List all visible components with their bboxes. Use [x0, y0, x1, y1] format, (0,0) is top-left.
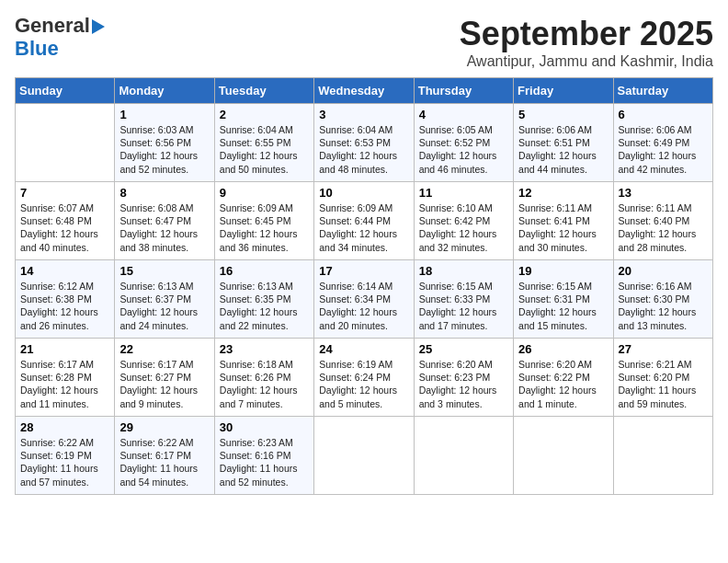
- day-number: 9: [220, 186, 309, 200]
- day-number: 20: [619, 264, 708, 278]
- calendar-day-cell: 19Sunrise: 6:15 AM Sunset: 6:31 PM Dayli…: [514, 260, 613, 339]
- day-number: 17: [319, 264, 408, 278]
- day-number: 1: [119, 108, 209, 121]
- logo: General Blue: [15, 15, 112, 61]
- day-info: Sunrise: 6:11 AM Sunset: 6:40 PM Dayligh…: [619, 201, 708, 254]
- day-info: Sunrise: 6:08 AM Sunset: 6:47 PM Dayligh…: [119, 201, 209, 254]
- weekday-header-cell: Sunday: [16, 78, 115, 104]
- day-info: Sunrise: 6:09 AM Sunset: 6:44 PM Dayligh…: [319, 201, 408, 254]
- day-info: Sunrise: 6:20 AM Sunset: 6:23 PM Dayligh…: [419, 358, 508, 410]
- day-number: 13: [619, 186, 708, 200]
- day-info: Sunrise: 6:15 AM Sunset: 6:31 PM Dayligh…: [518, 280, 608, 332]
- day-number: 18: [419, 264, 508, 278]
- day-info: Sunrise: 6:16 AM Sunset: 6:30 PM Dayligh…: [619, 280, 708, 332]
- calendar-day-cell: 17Sunrise: 6:14 AM Sunset: 6:34 PM Dayli…: [314, 260, 414, 339]
- calendar-week-row: 14Sunrise: 6:12 AM Sunset: 6:38 PM Dayli…: [16, 260, 713, 339]
- calendar-day-cell: 15Sunrise: 6:13 AM Sunset: 6:37 PM Dayli…: [115, 260, 214, 339]
- day-number: 3: [319, 108, 408, 121]
- calendar-day-cell: 4Sunrise: 6:05 AM Sunset: 6:52 PM Daylig…: [414, 104, 513, 182]
- day-info: Sunrise: 6:18 AM Sunset: 6:26 PM Dayligh…: [220, 358, 309, 410]
- logo-arrow-icon: [92, 17, 112, 36]
- day-info: Sunrise: 6:09 AM Sunset: 6:45 PM Dayligh…: [220, 201, 309, 254]
- day-number: 26: [518, 342, 608, 356]
- calendar-day-cell: [16, 104, 115, 182]
- day-number: 16: [220, 264, 309, 278]
- day-info: Sunrise: 6:13 AM Sunset: 6:35 PM Dayligh…: [220, 280, 309, 332]
- logo-blue: Blue: [15, 37, 59, 61]
- calendar-day-cell: [514, 417, 613, 495]
- day-number: 2: [220, 108, 309, 121]
- day-info: Sunrise: 6:15 AM Sunset: 6:33 PM Dayligh…: [419, 280, 508, 332]
- day-info: Sunrise: 6:07 AM Sunset: 6:48 PM Dayligh…: [20, 201, 109, 254]
- calendar-day-cell: [613, 417, 712, 495]
- calendar-day-cell: 29Sunrise: 6:22 AM Sunset: 6:17 PM Dayli…: [115, 417, 214, 495]
- calendar-day-cell: 22Sunrise: 6:17 AM Sunset: 6:27 PM Dayli…: [115, 339, 214, 417]
- day-number: 15: [119, 264, 209, 278]
- day-number: 11: [419, 186, 508, 200]
- calendar-day-cell: 26Sunrise: 6:20 AM Sunset: 6:22 PM Dayli…: [514, 339, 613, 417]
- day-info: Sunrise: 6:17 AM Sunset: 6:28 PM Dayligh…: [20, 358, 109, 410]
- calendar-day-cell: 3Sunrise: 6:04 AM Sunset: 6:53 PM Daylig…: [314, 104, 414, 182]
- day-info: Sunrise: 6:10 AM Sunset: 6:42 PM Dayligh…: [419, 201, 508, 254]
- day-number: 28: [20, 420, 109, 434]
- day-number: 4: [419, 108, 508, 121]
- day-info: Sunrise: 6:12 AM Sunset: 6:38 PM Dayligh…: [20, 280, 109, 332]
- calendar-day-cell: 27Sunrise: 6:21 AM Sunset: 6:20 PM Dayli…: [613, 339, 712, 417]
- calendar-week-row: 7Sunrise: 6:07 AM Sunset: 6:48 PM Daylig…: [16, 182, 713, 260]
- day-info: Sunrise: 6:22 AM Sunset: 6:19 PM Dayligh…: [20, 436, 109, 488]
- calendar-day-cell: [414, 417, 513, 495]
- weekday-header-cell: Tuesday: [214, 78, 313, 104]
- day-number: 5: [518, 108, 608, 121]
- day-number: 21: [20, 342, 109, 356]
- weekday-header-cell: Monday: [115, 78, 214, 104]
- month-title: September 2025: [460, 15, 713, 53]
- day-number: 7: [20, 186, 109, 200]
- calendar-day-cell: 16Sunrise: 6:13 AM Sunset: 6:35 PM Dayli…: [214, 260, 313, 339]
- day-info: Sunrise: 6:11 AM Sunset: 6:41 PM Dayligh…: [518, 201, 608, 254]
- day-info: Sunrise: 6:04 AM Sunset: 6:55 PM Dayligh…: [220, 123, 309, 176]
- calendar-table: SundayMondayTuesdayWednesdayThursdayFrid…: [15, 77, 713, 495]
- calendar-day-cell: 18Sunrise: 6:15 AM Sunset: 6:33 PM Dayli…: [414, 260, 513, 339]
- calendar-day-cell: 24Sunrise: 6:19 AM Sunset: 6:24 PM Dayli…: [314, 339, 414, 417]
- day-info: Sunrise: 6:03 AM Sunset: 6:56 PM Dayligh…: [119, 123, 209, 176]
- weekday-header-cell: Friday: [514, 78, 613, 104]
- calendar-day-cell: 11Sunrise: 6:10 AM Sunset: 6:42 PM Dayli…: [414, 182, 513, 260]
- calendar-week-row: 1Sunrise: 6:03 AM Sunset: 6:56 PM Daylig…: [16, 104, 713, 182]
- day-number: 27: [619, 342, 708, 356]
- calendar-week-row: 21Sunrise: 6:17 AM Sunset: 6:28 PM Dayli…: [16, 339, 713, 417]
- day-info: Sunrise: 6:20 AM Sunset: 6:22 PM Dayligh…: [518, 358, 608, 410]
- day-number: 23: [220, 342, 309, 356]
- day-number: 25: [419, 342, 508, 356]
- day-number: 6: [619, 108, 708, 121]
- calendar-day-cell: 13Sunrise: 6:11 AM Sunset: 6:40 PM Dayli…: [613, 182, 712, 260]
- day-number: 10: [319, 186, 408, 200]
- day-info: Sunrise: 6:23 AM Sunset: 6:16 PM Dayligh…: [220, 436, 309, 488]
- calendar-day-cell: 6Sunrise: 6:06 AM Sunset: 6:49 PM Daylig…: [613, 104, 712, 182]
- svg-marker-0: [92, 19, 105, 34]
- day-number: 29: [119, 420, 209, 434]
- weekday-header-cell: Saturday: [613, 78, 712, 104]
- calendar-day-cell: 20Sunrise: 6:16 AM Sunset: 6:30 PM Dayli…: [613, 260, 712, 339]
- day-number: 19: [518, 264, 608, 278]
- calendar-day-cell: 9Sunrise: 6:09 AM Sunset: 6:45 PM Daylig…: [214, 182, 313, 260]
- title-area: September 2025 Awantipur, Jammu and Kash…: [460, 15, 713, 70]
- calendar-day-cell: 14Sunrise: 6:12 AM Sunset: 6:38 PM Dayli…: [16, 260, 115, 339]
- day-info: Sunrise: 6:19 AM Sunset: 6:24 PM Dayligh…: [319, 358, 408, 410]
- day-info: Sunrise: 6:06 AM Sunset: 6:49 PM Dayligh…: [619, 123, 708, 176]
- calendar-week-row: 28Sunrise: 6:22 AM Sunset: 6:19 PM Dayli…: [16, 417, 713, 495]
- calendar-day-cell: 28Sunrise: 6:22 AM Sunset: 6:19 PM Dayli…: [16, 417, 115, 495]
- calendar-body: 1Sunrise: 6:03 AM Sunset: 6:56 PM Daylig…: [16, 104, 713, 495]
- weekday-header-cell: Wednesday: [314, 78, 414, 104]
- header-area: General Blue September 2025 Awantipur, J…: [15, 15, 713, 70]
- calendar-day-cell: [314, 417, 414, 495]
- day-number: 24: [319, 342, 408, 356]
- calendar-day-cell: 30Sunrise: 6:23 AM Sunset: 6:16 PM Dayli…: [214, 417, 313, 495]
- day-info: Sunrise: 6:17 AM Sunset: 6:27 PM Dayligh…: [119, 358, 209, 410]
- day-info: Sunrise: 6:22 AM Sunset: 6:17 PM Dayligh…: [119, 436, 209, 488]
- logo-general: General: [15, 15, 90, 37]
- calendar-day-cell: 10Sunrise: 6:09 AM Sunset: 6:44 PM Dayli…: [314, 182, 414, 260]
- day-info: Sunrise: 6:14 AM Sunset: 6:34 PM Dayligh…: [319, 280, 408, 332]
- day-number: 8: [119, 186, 209, 200]
- calendar-day-cell: 1Sunrise: 6:03 AM Sunset: 6:56 PM Daylig…: [115, 104, 214, 182]
- calendar-day-cell: 25Sunrise: 6:20 AM Sunset: 6:23 PM Dayli…: [414, 339, 513, 417]
